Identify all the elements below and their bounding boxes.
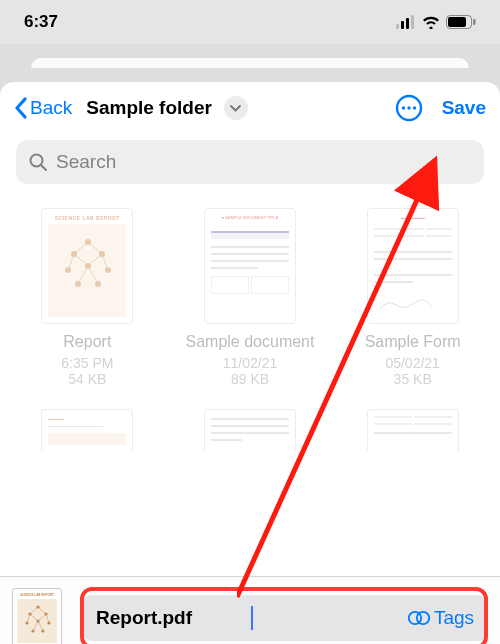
folder-dropdown[interactable] xyxy=(224,96,248,120)
text-caret xyxy=(251,606,253,630)
file-size: 35 KB xyxy=(394,371,432,387)
svg-line-37 xyxy=(30,607,38,614)
file-date: 6:35 PM xyxy=(61,355,113,371)
file-thumbnail: ■ SAMPLE DOCUMENT TITLE xyxy=(204,208,296,324)
file-thumbnail xyxy=(204,409,296,451)
save-sheet: Back Sample folder Save Search SCIENCE L… xyxy=(0,82,500,644)
save-button[interactable]: Save xyxy=(442,97,486,119)
back-label: Back xyxy=(30,97,72,119)
svg-line-41 xyxy=(30,614,38,621)
svg-rect-2 xyxy=(406,18,409,29)
svg-line-23 xyxy=(68,254,74,270)
svg-rect-1 xyxy=(401,21,404,29)
svg-line-38 xyxy=(38,607,46,614)
svg-point-9 xyxy=(407,106,410,109)
svg-rect-3 xyxy=(411,15,414,29)
svg-line-25 xyxy=(74,254,88,266)
svg-line-43 xyxy=(33,621,38,631)
file-size: 54 KB xyxy=(68,371,106,387)
svg-rect-6 xyxy=(473,19,476,25)
file-browser: SCIENCE LAB REPORT Report 6:35 PM 54 KB … xyxy=(0,194,500,451)
file-thumbnail: ▬▬▬▬ xyxy=(41,409,133,451)
svg-point-10 xyxy=(412,106,415,109)
search-wrap: Search xyxy=(0,134,500,194)
svg-line-39 xyxy=(27,614,30,623)
file-item[interactable]: ▬▬▬▬▬▬ Sample Form 05/02/21 35 KB xyxy=(337,208,488,387)
current-file-thumbnail: SCIENCE LAB REPORT xyxy=(12,588,62,645)
file-date: 11/02/21 xyxy=(223,355,278,371)
file-item[interactable]: ■ SAMPLE DOCUMENT TITLE Sample document … xyxy=(175,208,326,387)
search-icon xyxy=(28,152,48,172)
svg-line-28 xyxy=(88,266,98,284)
svg-line-21 xyxy=(74,242,88,254)
status-bar: 6:37 xyxy=(0,0,500,44)
more-button[interactable] xyxy=(394,93,424,123)
status-icons xyxy=(396,15,476,29)
svg-line-26 xyxy=(88,254,102,266)
file-thumbnail: ▬▬▬▬▬▬ xyxy=(367,208,459,324)
battery-icon xyxy=(446,15,476,29)
file-name: Sample document xyxy=(186,332,315,353)
chevron-left-icon xyxy=(14,97,28,119)
search-placeholder: Search xyxy=(56,151,116,173)
svg-line-40 xyxy=(46,614,49,623)
back-button[interactable]: Back xyxy=(14,97,72,119)
file-item[interactable] xyxy=(175,409,326,451)
wifi-icon xyxy=(422,15,440,29)
file-item[interactable]: SCIENCE LAB REPORT Report 6:35 PM 54 KB xyxy=(12,208,163,387)
svg-point-46 xyxy=(417,611,429,623)
folder-title: Sample folder xyxy=(86,97,212,119)
tags-icon xyxy=(408,609,430,627)
file-thumbnail xyxy=(367,409,459,451)
file-date: 05/02/21 xyxy=(385,355,440,371)
svg-line-27 xyxy=(78,266,88,284)
file-item[interactable] xyxy=(337,409,488,451)
cellular-icon xyxy=(396,15,416,29)
file-thumbnail: SCIENCE LAB REPORT xyxy=(41,208,133,324)
svg-line-22 xyxy=(88,242,102,254)
file-item[interactable]: ▬▬▬▬ xyxy=(12,409,163,451)
filename-input[interactable]: Report.pdf xyxy=(96,607,250,629)
svg-line-12 xyxy=(41,165,46,170)
nav-bar: Back Sample folder Save xyxy=(0,82,500,134)
sheet-backdrop xyxy=(0,58,500,82)
filename-field-wrap: Report.pdf Tags xyxy=(82,595,488,641)
svg-line-42 xyxy=(38,614,46,621)
search-field[interactable]: Search xyxy=(16,140,484,184)
svg-rect-5 xyxy=(448,17,466,27)
svg-line-44 xyxy=(38,621,43,631)
ellipsis-circle-icon xyxy=(395,94,423,122)
svg-line-24 xyxy=(102,254,108,270)
svg-rect-0 xyxy=(396,24,399,29)
file-name: Sample Form xyxy=(365,332,461,353)
file-name: Report xyxy=(63,332,111,353)
tags-button[interactable]: Tags xyxy=(408,607,474,629)
chevron-down-icon xyxy=(230,105,241,112)
tags-label: Tags xyxy=(434,607,474,629)
file-size: 89 KB xyxy=(231,371,269,387)
svg-point-8 xyxy=(401,106,404,109)
filename-bar: SCIENCE LAB REPORT Report.pdf Tags xyxy=(0,576,500,644)
status-time: 6:37 xyxy=(24,12,58,32)
